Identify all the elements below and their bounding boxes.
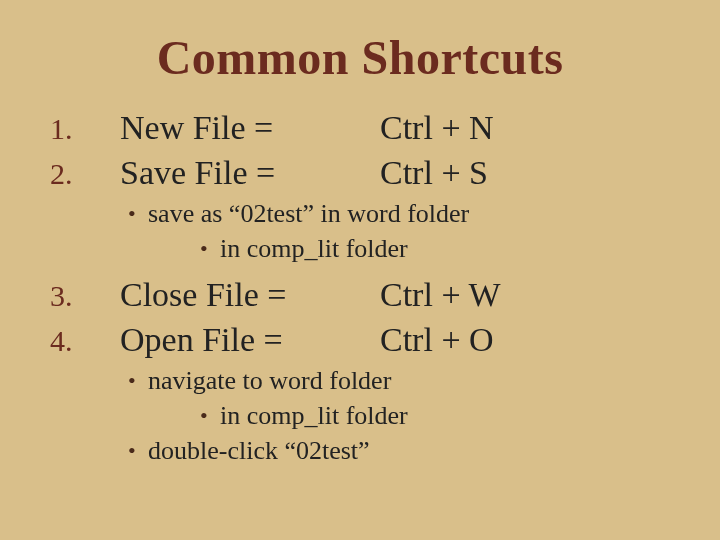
shortcut-row-1: 1. New File = Ctrl + N: [50, 107, 670, 150]
list-number: 3.: [50, 281, 120, 311]
shortcut-row-3: 3. Close File = Ctrl + W: [50, 274, 670, 317]
shortcut-row-2: 2. Save File = Ctrl + S: [50, 152, 670, 195]
shortcut-key: Ctrl + W: [380, 274, 501, 317]
sub-sub-bullet: in comp_lit folder: [200, 231, 670, 266]
slide-title: Common Shortcuts: [50, 30, 670, 85]
shortcut-label: Close File =: [120, 274, 380, 317]
spacer: [50, 266, 670, 274]
list-number: 1.: [50, 114, 120, 144]
sub-sub-bullet: in comp_lit folder: [200, 398, 670, 433]
sub-bullet: save as “02test” in word folder: [128, 196, 670, 231]
list-number: 4.: [50, 326, 120, 356]
shortcut-label: New File =: [120, 107, 380, 150]
shortcut-key: Ctrl + S: [380, 152, 488, 195]
shortcut-label: Open File =: [120, 319, 380, 362]
shortcut-key: Ctrl + O: [380, 319, 494, 362]
slide: Common Shortcuts 1. New File = Ctrl + N …: [0, 0, 720, 540]
list-number: 2.: [50, 159, 120, 189]
sub-bullet: double-click “02test”: [128, 433, 670, 468]
shortcut-label: Save File =: [120, 152, 380, 195]
sub-bullet: navigate to word folder: [128, 363, 670, 398]
shortcut-row-4: 4. Open File = Ctrl + O: [50, 319, 670, 362]
shortcut-key: Ctrl + N: [380, 107, 494, 150]
